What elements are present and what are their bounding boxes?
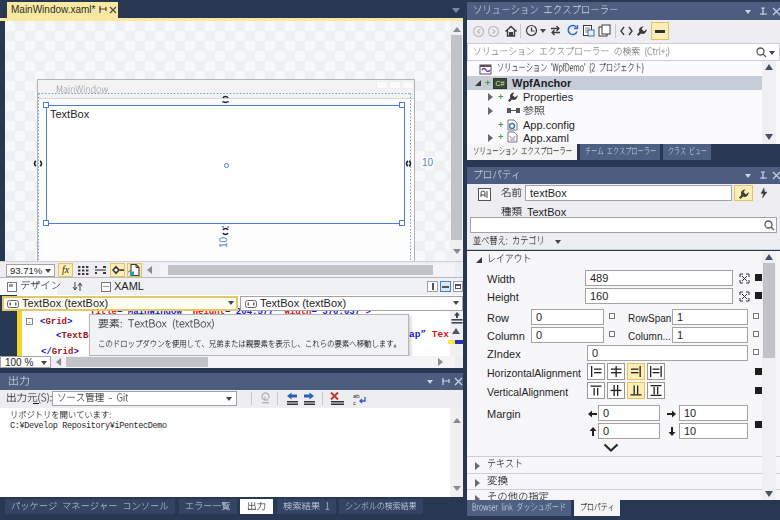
svg-text:c: c	[353, 400, 356, 406]
svg-text:ab: ab	[353, 393, 360, 399]
